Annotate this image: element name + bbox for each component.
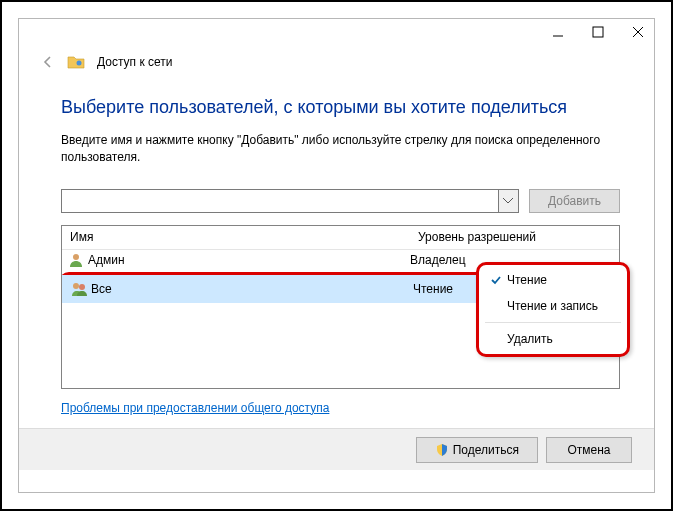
troubleshoot-link[interactable]: Проблемы при предоставлении общего досту… [61,401,329,415]
back-button[interactable] [41,55,55,69]
column-permission[interactable]: Уровень разрешений [410,226,619,249]
menu-separator [485,322,621,323]
table-header: Имя Уровень разрешений [62,226,619,250]
group-icon [71,281,87,297]
permission-context-menu: Чтение Чтение и запись Удалить [476,262,630,357]
svg-point-4 [77,61,82,66]
shield-icon [435,443,449,457]
row-permission: Чтение [413,282,453,296]
row-permission: Владелец [410,253,466,267]
menu-item-read[interactable]: Чтение [479,267,627,293]
dialog-window: Доступ к сети Выберите пользователей, с … [18,18,655,493]
page-subtext: Введите имя и нажмите кнопку "Добавить" … [61,132,601,167]
maximize-button[interactable] [592,25,604,41]
screenshot-frame: Доступ к сети Выберите пользователей, с … [0,0,673,511]
svg-point-6 [73,283,79,289]
menu-label: Удалить [507,332,553,346]
menu-item-readwrite[interactable]: Чтение и запись [479,293,627,319]
column-name[interactable]: Имя [62,226,410,249]
add-user-row: Добавить [61,189,620,213]
share-button-label: Поделиться [453,443,519,457]
cancel-button[interactable]: Отмена [546,437,632,463]
window-controls [552,25,644,41]
user-combobox[interactable] [61,189,519,213]
dialog-title: Доступ к сети [97,55,172,69]
combobox-dropdown-button[interactable] [498,190,518,212]
close-button[interactable] [632,25,644,41]
svg-point-5 [73,254,79,260]
minimize-button[interactable] [552,25,564,41]
checkmark-icon [485,274,507,286]
menu-label: Чтение и запись [507,299,598,313]
dialog-header: Доступ к сети [41,53,172,71]
svg-rect-1 [593,27,603,37]
svg-point-7 [79,284,85,290]
user-icon [68,252,84,268]
add-user-button: Добавить [529,189,620,213]
share-button[interactable]: Поделиться [416,437,538,463]
dialog-footer: Поделиться Отмена [19,428,654,470]
menu-label: Чтение [507,273,547,287]
row-name: Админ [88,253,125,267]
page-heading: Выберите пользователей, с которыми вы хо… [61,97,620,118]
user-input[interactable] [62,190,498,212]
menu-item-remove[interactable]: Удалить [479,326,627,352]
folder-share-icon [67,53,85,71]
row-name: Все [91,282,112,296]
